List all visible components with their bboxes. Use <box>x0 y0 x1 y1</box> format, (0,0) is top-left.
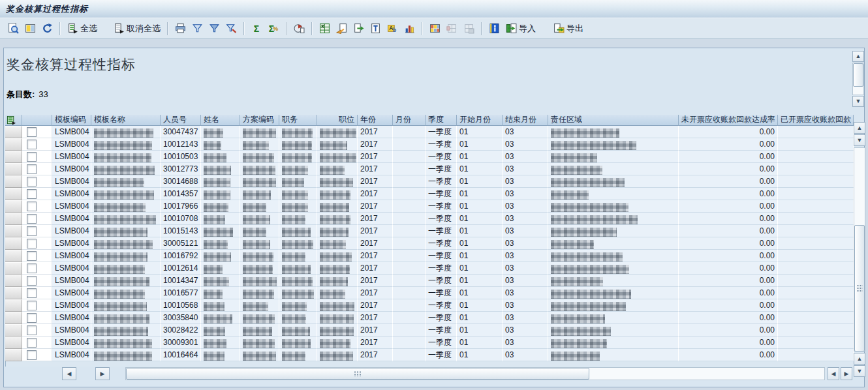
row-selector[interactable] <box>5 275 22 287</box>
select-all-button[interactable]: 全选 <box>65 22 99 36</box>
grid-scroll-thumb[interactable] <box>854 225 865 352</box>
row-selector[interactable] <box>5 175 22 188</box>
cell-quarter: 一季度 <box>426 200 457 213</box>
column-header-plan_code[interactable]: 方案编码 <box>240 115 279 126</box>
row-checkbox[interactable] <box>27 288 37 298</box>
grid-insert-button[interactable] <box>444 22 459 36</box>
grid-save-button[interactable] <box>461 22 476 36</box>
grid-scroll-down-button-bottom[interactable]: ▼ <box>854 365 865 377</box>
row-checkbox[interactable] <box>27 127 37 137</box>
file-export-button[interactable] <box>350 22 366 36</box>
row-selector[interactable] <box>5 349 22 361</box>
header-scroll-up-button[interactable]: ▲ <box>852 51 864 62</box>
cell-quarter: 一季度 <box>426 287 457 299</box>
row-selector[interactable] <box>5 225 22 237</box>
row-selector[interactable] <box>5 324 22 337</box>
grid-scroll-right-button[interactable]: ▶ <box>95 367 110 380</box>
table-select-all-button[interactable] <box>5 115 22 126</box>
column-header-start_month[interactable]: 开始月份 <box>457 115 503 126</box>
row-selector[interactable] <box>5 213 22 225</box>
column-header-year[interactable]: 年份 <box>358 115 393 126</box>
ab-check-button[interactable]: Ab <box>384 22 400 36</box>
column-header-checkbox[interactable] <box>22 115 52 126</box>
filter-button[interactable] <box>206 22 222 36</box>
row-checkbox[interactable] <box>27 189 37 199</box>
header-scroll-down-button[interactable]: ▼ <box>852 96 864 107</box>
data-grid: 模板编码模板名称人员号姓名方案编码职务职位年份月份季度开始月份结束月份责任区域未… <box>5 115 854 361</box>
drag-document-button[interactable] <box>333 22 349 36</box>
grid-scroll-up-button[interactable]: ▲ <box>854 122 865 134</box>
redacted-value <box>282 190 308 200</box>
cell-start_month: 01 <box>457 349 503 361</box>
row-checkbox[interactable] <box>27 263 37 273</box>
filter-edit-button[interactable] <box>223 22 239 36</box>
grid-scroll-left-button[interactable]: ◀ <box>62 367 76 380</box>
column-header-region[interactable]: 责任区域 <box>548 115 679 126</box>
redacted-value <box>94 327 148 336</box>
row-selector[interactable] <box>5 151 22 163</box>
column-header-name[interactable]: 姓名 <box>201 115 240 126</box>
column-header-template_name[interactable]: 模板名称 <box>91 115 161 126</box>
chart-report-button[interactable] <box>291 22 307 36</box>
header-scroll-thumb[interactable] <box>853 63 863 87</box>
row-selector[interactable] <box>5 138 22 151</box>
row-checkbox[interactable] <box>27 251 37 261</box>
column-layout-button[interactable] <box>22 22 38 36</box>
row-selector[interactable] <box>5 250 22 262</box>
column-header-end_month[interactable]: 结束月份 <box>503 115 548 126</box>
row-selector[interactable] <box>5 337 22 349</box>
row-selector[interactable] <box>5 188 22 200</box>
column-header-invoiced[interactable]: 已开票应收账款回款 <box>778 115 854 126</box>
column-header-quarter[interactable]: 季度 <box>426 115 457 126</box>
bar-chart-button[interactable] <box>401 22 417 36</box>
column-header-position[interactable]: 职务 <box>279 115 317 126</box>
row-selector[interactable] <box>5 299 22 312</box>
row-checkbox[interactable] <box>27 177 37 187</box>
sort-button[interactable] <box>189 22 205 36</box>
refresh-button[interactable] <box>39 22 55 36</box>
row-checkbox[interactable] <box>27 350 37 360</box>
sum-button[interactable]: Σ <box>249 22 264 36</box>
grid-hscroll-thumb[interactable] <box>126 368 589 380</box>
column-header-personnel_no[interactable]: 人员号 <box>161 115 201 126</box>
text-processing-button[interactable] <box>367 22 383 36</box>
row-checkbox[interactable] <box>27 325 37 335</box>
column-header-rate[interactable]: 未开票应收账款回款达成率 <box>679 115 778 126</box>
cell-region-redacted <box>548 151 679 163</box>
row-checkbox[interactable] <box>27 276 37 286</box>
grid-scroll-right-button-right[interactable]: ▶ <box>841 367 852 380</box>
grid-scroll-down-button[interactable]: ▼ <box>854 134 865 146</box>
row-selector[interactable] <box>5 287 22 299</box>
row-selector[interactable] <box>5 126 22 138</box>
import-button[interactable]: 导入 <box>503 22 538 36</box>
subtotal-button[interactable]: Σ% <box>266 22 281 36</box>
find-details-button[interactable] <box>5 22 21 36</box>
row-checkbox[interactable] <box>27 239 37 248</box>
column-header-month[interactable]: 月份 <box>393 115 426 126</box>
row-selector[interactable] <box>5 262 22 275</box>
column-header-template_code[interactable]: 模板编码 <box>52 115 91 126</box>
row-selector[interactable] <box>5 200 22 213</box>
excel-export-button[interactable] <box>317 22 332 36</box>
row-checkbox[interactable] <box>27 301 37 310</box>
row-checkbox[interactable] <box>27 214 37 224</box>
row-checkbox[interactable] <box>27 140 37 149</box>
cell-year: 2017 <box>358 163 393 175</box>
deselect-all-button[interactable]: 取消全选 <box>111 22 163 36</box>
row-checkbox[interactable] <box>27 164 37 174</box>
export-button[interactable]: 导出 <box>551 22 585 36</box>
row-checkbox[interactable] <box>27 313 37 323</box>
row-selector[interactable] <box>5 237 22 250</box>
row-checkbox[interactable] <box>27 338 37 348</box>
row-checkbox[interactable] <box>27 202 37 211</box>
grid-view-button[interactable] <box>427 22 442 36</box>
column-header-post[interactable]: 职位 <box>317 115 358 126</box>
info-button[interactable] <box>486 22 502 36</box>
row-checkbox[interactable] <box>27 226 37 236</box>
row-checkbox[interactable] <box>27 152 37 162</box>
row-selector[interactable] <box>5 312 22 324</box>
grid-scroll-up-button-bottom[interactable]: ▲ <box>854 353 865 365</box>
grid-scroll-left-button-right[interactable]: ◀ <box>828 367 839 380</box>
print-button[interactable] <box>172 22 188 36</box>
row-selector[interactable] <box>5 163 22 175</box>
